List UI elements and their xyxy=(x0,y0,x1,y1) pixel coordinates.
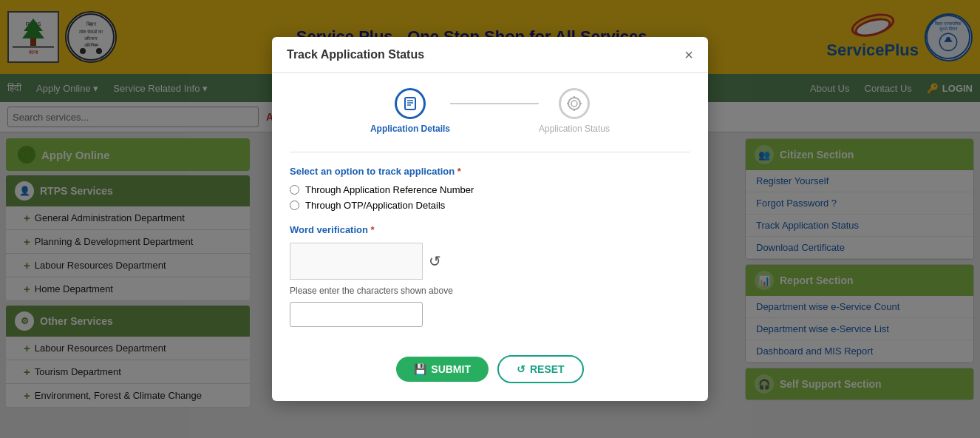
captcha-image xyxy=(290,243,423,280)
svg-point-24 xyxy=(568,98,580,110)
radio-option-1[interactable]: Through Application Reference Number xyxy=(290,184,690,195)
modal-body: Application Details Appli xyxy=(272,73,708,355)
submit-icon: 💾 xyxy=(414,363,426,375)
stepper: Application Details Appli xyxy=(290,88,690,134)
word-verification-label: Word verification * xyxy=(290,224,690,235)
refresh-captcha-icon[interactable]: ↺ xyxy=(429,252,441,270)
modal-close-button[interactable]: × xyxy=(684,47,693,62)
step-connector xyxy=(450,103,539,104)
modal-footer: 💾 SUBMIT ↺ RESET xyxy=(272,355,708,401)
step2-label: Application Status xyxy=(539,124,610,134)
track-application-modal: Track Application Status × Application D… xyxy=(272,37,708,401)
step1-label: Application Details xyxy=(370,124,450,134)
modal-overlay[interactable]: Track Application Status × Application D… xyxy=(0,0,980,438)
modal-title: Track Application Status xyxy=(287,48,424,61)
step-2: Application Status xyxy=(539,88,610,134)
radio-option-2[interactable]: Through OTP/Application Details xyxy=(290,200,690,211)
track-option-label: Select an option to track application * xyxy=(290,166,690,177)
reset-button[interactable]: ↺ RESET xyxy=(497,355,584,383)
divider xyxy=(290,152,690,152)
step1-circle xyxy=(395,88,426,119)
svg-rect-20 xyxy=(405,98,415,110)
radio-reference-number[interactable] xyxy=(290,185,299,195)
submit-button[interactable]: 💾 SUBMIT xyxy=(396,357,489,382)
captcha-hint: Please enter the characters shown above xyxy=(290,286,690,296)
captcha-input[interactable] xyxy=(290,302,423,327)
step-1: Application Details xyxy=(370,88,450,134)
reset-icon: ↺ xyxy=(517,363,525,375)
captcha-row: ↺ xyxy=(290,243,690,280)
radio-group: Through Application Reference Number Thr… xyxy=(290,184,690,211)
svg-point-25 xyxy=(571,101,577,107)
step2-circle xyxy=(559,88,590,119)
modal-header: Track Application Status × xyxy=(272,37,708,73)
radio-otp-details[interactable] xyxy=(290,201,299,210)
